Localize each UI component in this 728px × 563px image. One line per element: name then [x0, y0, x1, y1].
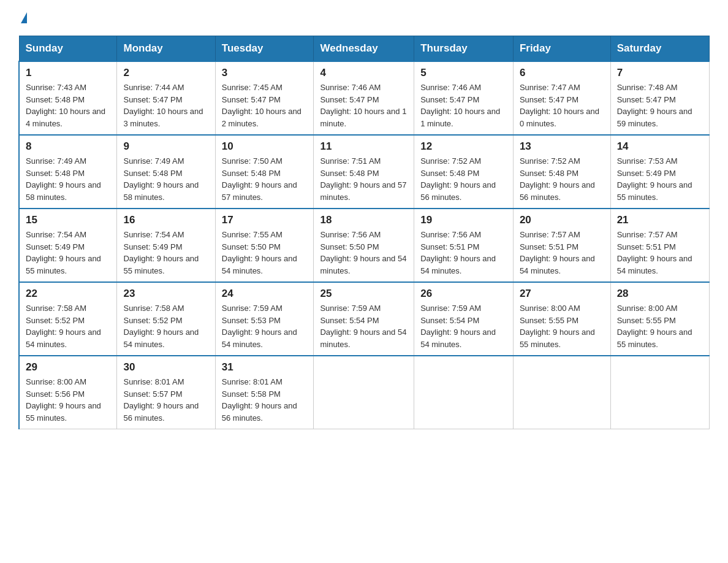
page-header — [18, 12, 710, 23]
calendar-cell — [314, 356, 414, 429]
day-info: Sunrise: 7:58 AMSunset: 5:52 PMDaylight:… — [26, 302, 110, 350]
day-info: Sunrise: 7:59 AMSunset: 5:54 PMDaylight:… — [420, 302, 507, 350]
day-info: Sunrise: 7:49 AMSunset: 5:48 PMDaylight:… — [123, 155, 208, 203]
day-info: Sunrise: 7:44 AMSunset: 5:47 PMDaylight:… — [123, 82, 208, 129]
calendar-cell: 9Sunrise: 7:49 AMSunset: 5:48 PMDaylight… — [117, 135, 215, 209]
week-row-2: 8Sunrise: 7:49 AMSunset: 5:48 PMDaylight… — [19, 135, 710, 209]
calendar-cell: 24Sunrise: 7:59 AMSunset: 5:53 PMDayligh… — [215, 282, 314, 356]
calendar-cell: 23Sunrise: 7:58 AMSunset: 5:52 PMDayligh… — [117, 282, 215, 356]
day-number: 24 — [222, 288, 308, 300]
calendar-cell: 6Sunrise: 7:47 AMSunset: 5:47 PMDaylight… — [513, 61, 610, 135]
calendar-cell: 10Sunrise: 7:50 AMSunset: 5:48 PMDayligh… — [215, 135, 314, 209]
calendar-cell: 31Sunrise: 8:01 AMSunset: 5:58 PMDayligh… — [215, 356, 314, 429]
day-number: 21 — [617, 214, 703, 226]
col-header-monday: Monday — [117, 36, 215, 62]
calendar-cell: 22Sunrise: 7:58 AMSunset: 5:52 PMDayligh… — [19, 282, 117, 356]
day-info: Sunrise: 7:47 AMSunset: 5:47 PMDaylight:… — [520, 82, 604, 129]
day-info: Sunrise: 7:58 AMSunset: 5:52 PMDaylight:… — [123, 302, 208, 350]
day-number: 28 — [617, 288, 703, 300]
day-info: Sunrise: 7:54 AMSunset: 5:49 PMDaylight:… — [123, 229, 208, 277]
day-number: 9 — [123, 140, 208, 153]
col-header-thursday: Thursday — [414, 36, 514, 62]
day-number: 7 — [617, 67, 703, 79]
calendar-cell — [414, 356, 514, 429]
day-number: 16 — [123, 214, 208, 226]
day-number: 18 — [320, 214, 408, 226]
day-info: Sunrise: 7:46 AMSunset: 5:47 PMDaylight:… — [420, 82, 507, 129]
day-number: 20 — [520, 214, 604, 226]
day-info: Sunrise: 8:00 AMSunset: 5:56 PMDaylight:… — [26, 376, 110, 424]
day-info: Sunrise: 8:01 AMSunset: 5:57 PMDaylight:… — [123, 376, 208, 424]
calendar-cell: 21Sunrise: 7:57 AMSunset: 5:51 PMDayligh… — [610, 209, 709, 282]
calendar-cell: 26Sunrise: 7:59 AMSunset: 5:54 PMDayligh… — [414, 282, 514, 356]
day-number: 26 — [420, 288, 507, 300]
calendar-cell: 12Sunrise: 7:52 AMSunset: 5:48 PMDayligh… — [414, 135, 514, 209]
day-number: 30 — [123, 361, 208, 373]
day-info: Sunrise: 8:00 AMSunset: 5:55 PMDaylight:… — [520, 302, 604, 350]
day-number: 8 — [26, 140, 110, 153]
day-number: 15 — [26, 214, 110, 226]
day-number: 29 — [26, 361, 110, 373]
day-info: Sunrise: 7:57 AMSunset: 5:51 PMDaylight:… — [520, 229, 604, 277]
calendar-cell: 4Sunrise: 7:46 AMSunset: 5:47 PMDaylight… — [314, 61, 414, 135]
calendar-cell: 18Sunrise: 7:56 AMSunset: 5:50 PMDayligh… — [314, 209, 414, 282]
day-number: 13 — [520, 140, 604, 153]
calendar-cell — [513, 356, 610, 429]
calendar-cell: 7Sunrise: 7:48 AMSunset: 5:47 PMDaylight… — [610, 61, 709, 135]
day-number: 5 — [420, 67, 507, 79]
calendar-cell: 16Sunrise: 7:54 AMSunset: 5:49 PMDayligh… — [117, 209, 215, 282]
col-header-friday: Friday — [513, 36, 610, 62]
day-number: 22 — [26, 288, 110, 300]
calendar-cell: 27Sunrise: 8:00 AMSunset: 5:55 PMDayligh… — [513, 282, 610, 356]
day-info: Sunrise: 7:50 AMSunset: 5:48 PMDaylight:… — [222, 155, 308, 203]
logo-triangle-icon — [21, 12, 27, 23]
day-info: Sunrise: 7:49 AMSunset: 5:48 PMDaylight:… — [26, 155, 110, 203]
calendar-cell: 25Sunrise: 7:59 AMSunset: 5:54 PMDayligh… — [314, 282, 414, 356]
day-number: 4 — [320, 67, 408, 79]
day-number: 25 — [320, 288, 408, 300]
week-row-4: 22Sunrise: 7:58 AMSunset: 5:52 PMDayligh… — [19, 282, 710, 356]
day-info: Sunrise: 7:46 AMSunset: 5:47 PMDaylight:… — [320, 82, 408, 129]
day-info: Sunrise: 7:55 AMSunset: 5:50 PMDaylight:… — [222, 229, 308, 277]
day-number: 23 — [123, 288, 208, 300]
calendar-cell: 11Sunrise: 7:51 AMSunset: 5:48 PMDayligh… — [314, 135, 414, 209]
calendar-cell: 5Sunrise: 7:46 AMSunset: 5:47 PMDaylight… — [414, 61, 514, 135]
calendar-table: SundayMondayTuesdayWednesdayThursdayFrid… — [18, 36, 710, 429]
day-info: Sunrise: 7:59 AMSunset: 5:53 PMDaylight:… — [222, 302, 308, 350]
day-info: Sunrise: 7:52 AMSunset: 5:48 PMDaylight:… — [420, 155, 507, 203]
calendar-cell: 29Sunrise: 8:00 AMSunset: 5:56 PMDayligh… — [19, 356, 117, 429]
calendar-cell: 28Sunrise: 8:00 AMSunset: 5:55 PMDayligh… — [610, 282, 709, 356]
day-number: 14 — [617, 140, 703, 153]
day-number: 10 — [222, 140, 308, 153]
col-header-sunday: Sunday — [19, 36, 117, 62]
day-info: Sunrise: 7:54 AMSunset: 5:49 PMDaylight:… — [26, 229, 110, 277]
day-info: Sunrise: 7:48 AMSunset: 5:47 PMDaylight:… — [617, 82, 703, 129]
calendar-cell: 19Sunrise: 7:56 AMSunset: 5:51 PMDayligh… — [414, 209, 514, 282]
day-info: Sunrise: 8:01 AMSunset: 5:58 PMDaylight:… — [222, 376, 308, 424]
calendar-cell: 30Sunrise: 8:01 AMSunset: 5:57 PMDayligh… — [117, 356, 215, 429]
day-info: Sunrise: 7:51 AMSunset: 5:48 PMDaylight:… — [320, 155, 408, 203]
calendar-cell: 8Sunrise: 7:49 AMSunset: 5:48 PMDaylight… — [19, 135, 117, 209]
day-info: Sunrise: 8:00 AMSunset: 5:55 PMDaylight:… — [617, 302, 703, 350]
calendar-cell: 13Sunrise: 7:52 AMSunset: 5:48 PMDayligh… — [513, 135, 610, 209]
col-header-saturday: Saturday — [610, 36, 709, 62]
calendar-cell: 17Sunrise: 7:55 AMSunset: 5:50 PMDayligh… — [215, 209, 314, 282]
calendar-cell: 2Sunrise: 7:44 AMSunset: 5:47 PMDaylight… — [117, 61, 215, 135]
day-info: Sunrise: 7:59 AMSunset: 5:54 PMDaylight:… — [320, 302, 408, 350]
calendar-cell — [610, 356, 709, 429]
week-row-5: 29Sunrise: 8:00 AMSunset: 5:56 PMDayligh… — [19, 356, 710, 429]
day-number: 27 — [520, 288, 604, 300]
col-header-wednesday: Wednesday — [314, 36, 414, 62]
col-header-tuesday: Tuesday — [215, 36, 314, 62]
calendar-cell: 14Sunrise: 7:53 AMSunset: 5:49 PMDayligh… — [610, 135, 709, 209]
calendar-cell: 1Sunrise: 7:43 AMSunset: 5:48 PMDaylight… — [19, 61, 117, 135]
day-number: 3 — [222, 67, 308, 79]
day-info: Sunrise: 7:56 AMSunset: 5:50 PMDaylight:… — [320, 229, 408, 277]
calendar-header-row: SundayMondayTuesdayWednesdayThursdayFrid… — [19, 36, 710, 62]
day-info: Sunrise: 7:43 AMSunset: 5:48 PMDaylight:… — [26, 82, 110, 129]
day-number: 2 — [123, 67, 208, 79]
day-info: Sunrise: 7:53 AMSunset: 5:49 PMDaylight:… — [617, 155, 703, 203]
day-number: 31 — [222, 361, 308, 373]
week-row-1: 1Sunrise: 7:43 AMSunset: 5:48 PMDaylight… — [19, 61, 710, 135]
calendar-cell: 3Sunrise: 7:45 AMSunset: 5:47 PMDaylight… — [215, 61, 314, 135]
